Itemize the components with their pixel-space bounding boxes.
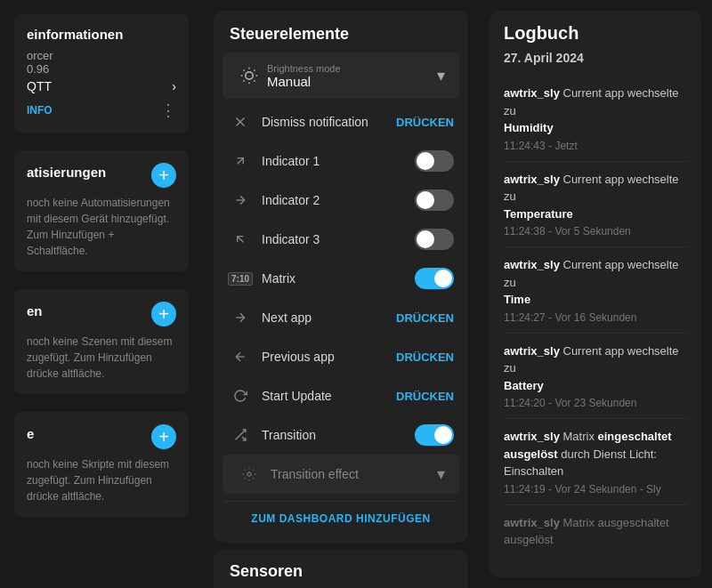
start-update-icon	[228, 383, 253, 408]
log-text: awtrix_sly Current app wechselte zu Batt…	[504, 342, 687, 395]
transition-effect-chevron-icon: ▾	[437, 464, 445, 484]
steuer-title: Steuerelemente	[214, 11, 468, 52]
indicator2-toggle[interactable]	[415, 189, 454, 211]
log-actor: awtrix_sly	[504, 86, 560, 100]
source-value: orcer 0.96	[27, 49, 176, 76]
svg-line-3	[244, 70, 245, 71]
info-badge: INFO	[27, 104, 53, 117]
brightness-content: Brightness mode Manual	[262, 63, 437, 89]
svg-point-16	[247, 472, 251, 476]
logbuch-card: Logbuch 27. April 2024 awtrix_sly Curren…	[490, 11, 701, 577]
scenes-section: en + noch keine Szenen mit diesem zugefü…	[14, 289, 189, 394]
transition-effect-label: Transition effect	[262, 467, 437, 481]
source-label: orcer	[27, 49, 53, 62]
info-title: einformationen	[27, 27, 176, 42]
log-type: Current app	[563, 86, 627, 100]
next-app-label: Next app	[262, 310, 387, 325]
log-target: Humidity	[504, 121, 554, 134]
log-entry: awtrix_sly Current app wechselte zu Batt…	[504, 334, 687, 420]
start-update-label: Start Update	[262, 389, 387, 403]
log-time: 11:24:19 - Vor 24 Sekunden - Sly	[504, 483, 687, 495]
indicator2-row: Indicator 2	[214, 181, 468, 220]
svg-point-0	[246, 72, 253, 79]
next-app-button[interactable]: DRÜCKEN	[396, 311, 454, 325]
indicator3-toggle[interactable]	[415, 229, 454, 250]
transition-toggle[interactable]	[415, 424, 454, 446]
next-app-row: Next app DRÜCKEN	[214, 298, 468, 337]
log-type: Matrix	[563, 430, 598, 443]
transition-knob	[434, 426, 452, 444]
dismiss-icon	[228, 109, 253, 134]
next-app-icon	[228, 305, 253, 330]
log-target: Temperature	[504, 207, 573, 221]
start-update-row: Start Update DRÜCKEN	[214, 376, 468, 415]
scripts-empty: noch keine Skripte mit diesem zugefügt. …	[27, 456, 176, 504]
transition-effect-icon	[237, 462, 262, 487]
add-automatisierung-button[interactable]: +	[151, 163, 176, 188]
log-time: 11:24:27 - Vor 16 Sekunden	[504, 311, 687, 324]
dashboard-button[interactable]: ZUM DASHBOARD HINZUFÜGEN	[224, 501, 457, 536]
indicator3-row: Indicator 3	[214, 220, 468, 259]
log-entry: awtrix_sly Current app wechselte zu Time…	[504, 247, 687, 334]
automatisierungen-header: atisierungen +	[27, 163, 176, 188]
prev-app-button[interactable]: DRÜCKEN	[396, 350, 454, 364]
log-target: Battery	[504, 379, 544, 392]
matrix-label: Matrix	[262, 271, 406, 286]
indicator1-icon	[228, 149, 253, 173]
log-actor: awtrix_sly	[504, 258, 560, 271]
automatisierungen-empty: noch keine Automatisierungen mit diesem …	[27, 195, 176, 259]
brightness-dropdown[interactable]: Brightness mode Manual ▾	[222, 52, 459, 99]
logbuch-date: 27. April 2024	[504, 51, 687, 65]
dismiss-label: Dismiss notification	[262, 115, 387, 129]
indicator1-toggle[interactable]	[415, 150, 454, 172]
brightness-chevron-icon: ▾	[437, 66, 445, 85]
indicator1-label: Indicator 1	[262, 154, 406, 168]
log-entry: awtrix_sly Current app wechselte zu Humi…	[504, 76, 687, 162]
sensoren-card: Sensoren Battery 64 %	[214, 550, 468, 588]
matrix-badge: 7:10	[228, 272, 253, 286]
transition-row: Transition	[214, 415, 468, 455]
indicator3-knob	[417, 230, 434, 248]
add-script-button[interactable]: +	[151, 424, 176, 449]
svg-line-7	[244, 80, 245, 81]
log-time: 11:24:38 - Vor 5 Sekunden	[504, 225, 687, 238]
matrix-row: 7:10 Matrix	[214, 259, 468, 298]
log-type: Current app	[563, 258, 627, 271]
scripts-header: e +	[27, 424, 176, 449]
info-section: einformationen orcer 0.96 QTT › INFO ⋮	[14, 14, 189, 133]
log-entry: awtrix_sly Current app wechselte zu Temp…	[504, 162, 687, 248]
log-time: 11:24:20 - Vor 23 Sekunden	[504, 397, 687, 409]
start-update-button[interactable]: DRÜCKEN	[396, 390, 454, 403]
scripts-section: e + noch keine Skripte mit diesem zugefü…	[14, 412, 189, 517]
add-scene-button[interactable]: +	[151, 302, 176, 326]
log-actor: awtrix_sly	[504, 344, 560, 358]
prev-app-icon	[228, 344, 253, 369]
indicator2-knob	[417, 191, 434, 209]
svg-line-4	[254, 80, 255, 81]
mqtt-label: QTT	[27, 79, 52, 93]
log-text: awtrix_sly Current app wechselte zu Humi…	[504, 85, 687, 137]
automatisierungen-section: atisierungen + noch keine Automatisierun…	[14, 150, 189, 271]
log-text: awtrix_sly Matrix ausgeschaltet ausgelös…	[504, 514, 687, 549]
log-actor: awtrix_sly	[504, 430, 560, 443]
dismiss-button[interactable]: DRÜCKEN	[396, 116, 454, 129]
logbuch-title: Logbuch	[504, 23, 687, 44]
log-actor: awtrix_sly	[504, 173, 560, 186]
mqtt-row: QTT ›	[27, 79, 176, 93]
indicator3-label: Indicator 3	[262, 232, 406, 246]
indicator1-knob	[417, 152, 434, 170]
log-entry: awtrix_sly Matrix ausgeschaltet ausgelös…	[504, 505, 687, 560]
chevron-right-icon: ›	[172, 79, 176, 93]
log-entry: awtrix_sly Matrix eingeschaltet ausgelös…	[504, 419, 687, 505]
brightness-icon	[237, 63, 262, 88]
transition-effect-row[interactable]: Transition effect ▾	[222, 455, 459, 494]
steuer-card: Steuerelemente Brightness mode Manu	[214, 11, 468, 543]
options-icon[interactable]: ⋮	[160, 101, 176, 120]
log-type: Current app	[563, 173, 627, 186]
matrix-toggle[interactable]	[415, 268, 454, 289]
source-number: 0.96	[27, 62, 49, 76]
transition-label: Transition	[262, 428, 406, 442]
indicator1-row: Indicator 1	[214, 141, 468, 181]
scenes-title: en	[27, 303, 43, 318]
log-text: awtrix_sly Current app wechselte zu Temp…	[504, 171, 687, 223]
